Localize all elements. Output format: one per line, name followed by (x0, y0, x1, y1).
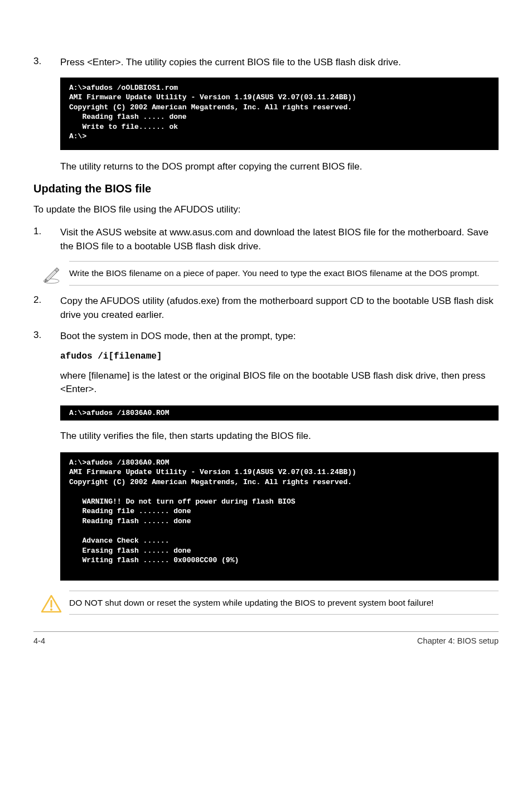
terminal-output-2: A:\>afudos /i8036A0.ROM (60, 405, 499, 421)
step-3-top: 3. Press <Enter>. The utility copies the… (33, 56, 499, 70)
step-1: 1. Visit the ASUS website at www.asus.co… (33, 226, 499, 253)
note-callout: Write the BIOS filename on a piece of pa… (33, 261, 499, 286)
section-heading: Updating the BIOS file (33, 182, 499, 195)
step-text: Copy the AFUDOS utility (afudos.exe) fro… (60, 294, 499, 322)
step-number: 1. (33, 226, 60, 253)
note-text: Write the BIOS filename on a piece of pa… (69, 261, 499, 286)
warning-callout: DO NOT shut down or reset the system whi… (33, 591, 499, 615)
step-number: 3. (33, 56, 60, 70)
terminal-output-1: A:\>afudos /oOLDBIOS1.rom AMI Firmware U… (60, 78, 499, 150)
command-code: afudos /i[filename] (60, 351, 499, 361)
step-2: 2. Copy the AFUDOS utility (afudos.exe) … (33, 294, 499, 322)
step-number: 3. (33, 330, 60, 344)
step-text: Visit the ASUS website at www.asus.com a… (60, 226, 499, 253)
verify-paragraph: The utility verifies the file, then star… (60, 429, 499, 443)
page-number: 4-4 (33, 636, 45, 645)
warning-text: DO NOT shut down or reset the system whi… (69, 591, 499, 615)
pencil-icon (33, 261, 69, 284)
terminal-output-3: A:\>afudos /i8036A0.ROM AMI Firmware Upd… (60, 452, 499, 581)
chapter-label: Chapter 4: BIOS setup (417, 636, 499, 645)
step-number: 2. (33, 294, 60, 322)
step-text: Boot the system in DOS mode, then at the… (60, 330, 499, 344)
step-text: Press <Enter>. The utility copies the cu… (60, 56, 499, 70)
intro-paragraph: To update the BIOS file using the AFUDOS… (33, 203, 499, 217)
step-3-bottom: 3. Boot the system in DOS mode, then at … (33, 330, 499, 344)
post-terminal-note: The utility returns to the DOS prompt af… (60, 160, 499, 174)
page-footer: 4-4 Chapter 4: BIOS setup (33, 631, 499, 645)
where-paragraph: where [filename] is the latest or the or… (60, 369, 499, 397)
svg-point-2 (50, 608, 52, 611)
warning-icon (33, 591, 69, 614)
